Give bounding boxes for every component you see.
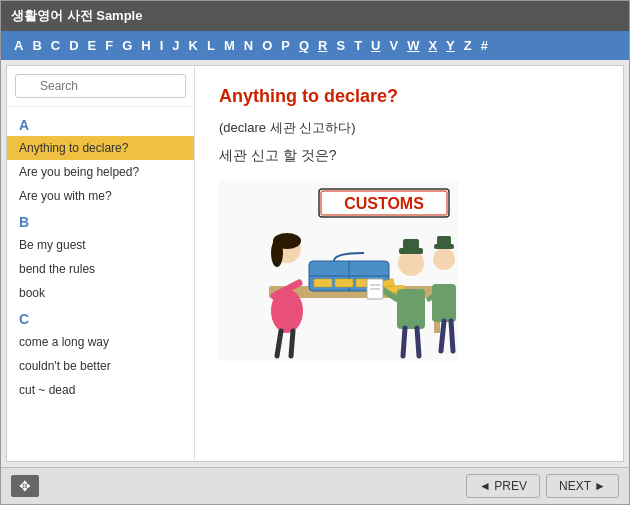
alphabet-letter-h[interactable]: H	[138, 38, 153, 53]
alphabet-letter-a[interactable]: A	[11, 38, 26, 53]
customs-illustration: CUSTOMS	[219, 181, 459, 361]
alphabet-letter-k[interactable]: K	[186, 38, 201, 53]
sidebar: 🔍 AAnything to declare?Are you being hel…	[7, 66, 195, 461]
sidebar-item[interactable]: bend the rules	[7, 257, 194, 281]
prev-button[interactable]: ◄ PREV	[466, 474, 540, 498]
alphabet-letter-w[interactable]: W	[404, 38, 422, 53]
content-title: Anything to declare?	[219, 86, 599, 107]
svg-rect-11	[335, 279, 353, 287]
alphabet-letter-m[interactable]: M	[221, 38, 238, 53]
svg-point-18	[271, 239, 283, 267]
sidebar-section-a: A	[7, 111, 194, 136]
expand-icon[interactable]: ✥	[11, 475, 39, 497]
alphabet-letter-i[interactable]: I	[157, 38, 167, 53]
alphabet-letter-l[interactable]: L	[204, 38, 218, 53]
alphabet-letter-p[interactable]: P	[278, 38, 293, 53]
svg-line-31	[417, 328, 419, 356]
alphabet-letter-j[interactable]: J	[169, 38, 182, 53]
alphabet-letter-o[interactable]: O	[259, 38, 275, 53]
svg-line-38	[451, 321, 453, 351]
alphabet-letter-g[interactable]: G	[119, 38, 135, 53]
svg-rect-25	[403, 239, 419, 249]
sidebar-list: AAnything to declare?Are you being helpe…	[7, 107, 194, 461]
sidebar-item[interactable]: couldn't be better	[7, 354, 194, 378]
alphabet-letter-y[interactable]: Y	[443, 38, 458, 53]
alphabet-letter-u[interactable]: U	[368, 38, 383, 53]
app-window: 생활영어 사전 Sample ABCDEFGHIJKLMNOPQRSTUVWXY…	[0, 0, 630, 505]
alphabet-letter-v[interactable]: V	[386, 38, 401, 53]
next-button[interactable]: NEXT ►	[546, 474, 619, 498]
sidebar-item[interactable]: Are you with me?	[7, 184, 194, 208]
alphabet-letter-e[interactable]: E	[85, 38, 100, 53]
sidebar-item[interactable]: cut ~ dead	[7, 378, 194, 402]
alphabet-letter-r[interactable]: R	[315, 38, 330, 53]
sidebar-item[interactable]: Be my guest	[7, 233, 194, 257]
svg-text:CUSTOMS: CUSTOMS	[344, 195, 424, 212]
svg-line-37	[441, 321, 444, 351]
svg-rect-22	[397, 289, 425, 329]
svg-point-32	[433, 248, 455, 270]
svg-rect-10	[314, 279, 332, 287]
sidebar-section-b: B	[7, 208, 194, 233]
alphabet-letter-n[interactable]: N	[241, 38, 256, 53]
sidebar-section-c: C	[7, 305, 194, 330]
content-area: Anything to declare? (declare 세관 신고하다) 세…	[195, 66, 623, 461]
alphabet-letter-s[interactable]: S	[333, 38, 348, 53]
alphabet-letter-z[interactable]: Z	[461, 38, 475, 53]
alphabet-letter-q[interactable]: Q	[296, 38, 312, 53]
sidebar-item[interactable]: Anything to declare?	[7, 136, 194, 160]
nav-buttons: ◄ PREV NEXT ►	[466, 474, 619, 498]
alphabet-bar: ABCDEFGHIJKLMNOPQRSTUVWXYZ#	[1, 31, 629, 60]
search-input[interactable]	[15, 74, 186, 98]
alphabet-letter-b[interactable]: B	[29, 38, 44, 53]
title-bar: 생활영어 사전 Sample	[1, 1, 629, 31]
alphabet-letter-t[interactable]: T	[351, 38, 365, 53]
sidebar-item[interactable]: Are you being helped?	[7, 160, 194, 184]
content-korean: 세관 신고 할 것은?	[219, 147, 599, 165]
alphabet-letter-c[interactable]: C	[48, 38, 63, 53]
content-subtitle: (declare 세관 신고하다)	[219, 119, 599, 137]
search-box: 🔍	[7, 66, 194, 107]
main-area: 🔍 AAnything to declare?Are you being hel…	[6, 65, 624, 462]
sidebar-item[interactable]: book	[7, 281, 194, 305]
window-title: 생활영어 사전 Sample	[11, 8, 142, 23]
alphabet-letter-#[interactable]: #	[478, 38, 491, 53]
bottom-bar: ✥ ◄ PREV NEXT ►	[1, 467, 629, 504]
search-wrapper: 🔍	[15, 74, 186, 98]
svg-line-21	[291, 331, 293, 356]
svg-line-30	[403, 328, 405, 356]
alphabet-letter-f[interactable]: F	[102, 38, 116, 53]
alphabet-letter-x[interactable]: X	[425, 38, 440, 53]
sidebar-item[interactable]: come a long way	[7, 330, 194, 354]
alphabet-letter-d[interactable]: D	[66, 38, 81, 53]
svg-rect-34	[437, 236, 451, 245]
